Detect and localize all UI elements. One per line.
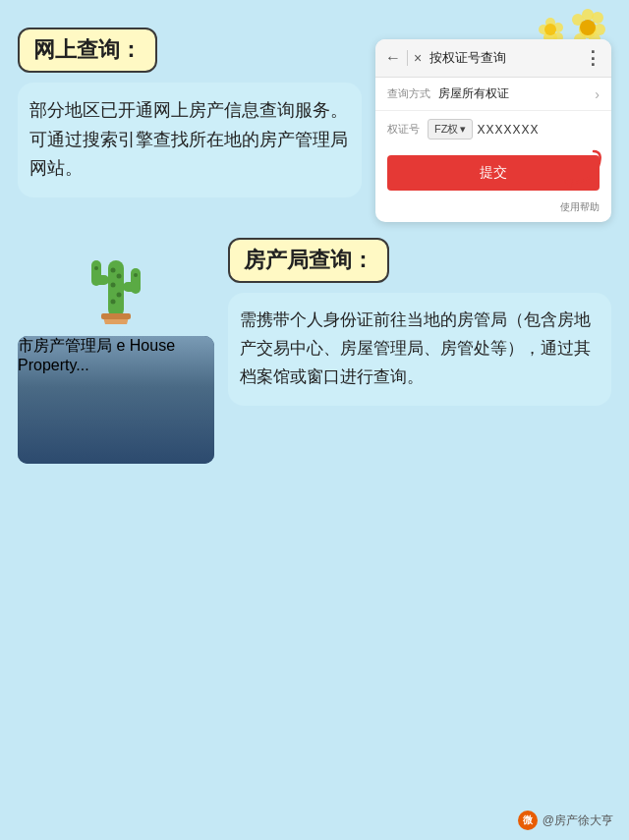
red-arrow-annotation [549,146,603,195]
svg-rect-19 [108,260,124,317]
query-type-label: 查询方式 [387,86,430,101]
watermark-text: @房产徐大亨 [543,812,613,829]
svg-point-30 [134,273,138,277]
svg-marker-18 [563,179,573,188]
cactus-area [18,238,214,326]
bottom-section: 市房产管理局 e House Property... 房产局查询： 需携带个人身… [18,238,611,464]
svg-point-24 [111,267,116,272]
bureau-query-body: 需携带个人身份证前往当地的房管局（包含房地产交易中心、房屋管理局、房管处等），通… [228,293,611,406]
online-query-body: 部分地区已开通网上房产信息查询服务。可通过搜索引擎查找所在地的房产管理局网站。 [18,83,362,197]
building-image: 市房产管理局 e House Property... [18,336,214,464]
phone-help-text[interactable]: 使用帮助 [375,198,611,222]
phone-cert-row: 权证号 FZ权 ▾ XXXXXXX [375,111,611,147]
phone-close-button[interactable]: × [414,50,422,66]
bureau-query-title-box: 房产局查询： [228,238,389,283]
top-section: 网上查询： 部分地区已开通网上房产信息查询服务。可通过搜索引擎查找所在地的房产管… [18,28,611,222]
bureau-query-title: 房产局查询： [244,248,373,272]
query-type-arrow[interactable]: › [595,86,600,102]
svg-point-29 [94,266,98,270]
phone-header-left: ← × [385,49,422,67]
phone-header-divider [407,50,408,66]
svg-rect-21 [91,260,101,286]
svg-point-26 [111,282,116,287]
watermark: 微 @房产徐大亨 [518,811,613,830]
query-type-value: 房屋所有权证 [438,85,595,102]
cert-dropdown-arrow: ▾ [460,123,466,136]
svg-rect-31 [101,313,131,319]
svg-point-13 [580,20,596,35]
phone-more-icon[interactable]: ⋮ [584,47,601,69]
phone-ui: ← × 按权证号查询 ⋮ 查询方式 房屋所有权证 › 权证号 [375,39,611,222]
svg-rect-23 [131,268,141,294]
watermark-icon: 微 [518,811,538,830]
bottom-left: 市房产管理局 e House Property... [18,238,214,464]
cert-prefix-text: FZ权 [434,122,458,137]
right-panel: ← × 按权证号查询 ⋮ 查询方式 房屋所有权证 › 权证号 [375,28,611,222]
main-container: 网上查询： 部分地区已开通网上房产信息查询服务。可通过搜索引擎查找所在地的房产管… [0,0,629,840]
phone-back-arrow[interactable]: ← [385,49,401,67]
online-query-title: 网上查询： [33,37,142,62]
cert-prefix[interactable]: FZ权 ▾ [428,119,473,140]
phone-header: ← × 按权证号查询 ⋮ [375,39,611,78]
svg-point-28 [111,299,116,304]
phone-row-query-type: 查询方式 房屋所有权证 › [375,78,611,111]
online-query-title-box: 网上查询： [18,28,157,73]
svg-point-5 [544,24,556,35]
svg-point-27 [117,292,122,297]
svg-point-9 [592,12,603,24]
cert-value[interactable]: XXXXXXX [477,123,539,137]
bottom-right: 房产局查询： 需携带个人身份证前往当地的房管局（包含房地产交易中心、房屋管理局、… [228,238,611,464]
phone-title: 按权证号查询 [429,49,576,67]
building-facade: 市房产管理局 e House Property... [18,336,214,464]
cert-label: 权证号 [387,122,420,137]
left-panel: 网上查询： 部分地区已开通网上房产信息查询服务。可通过搜索引擎查找所在地的房产管… [18,28,362,222]
watermark-icon-char: 微 [523,813,533,827]
svg-point-25 [117,273,122,278]
